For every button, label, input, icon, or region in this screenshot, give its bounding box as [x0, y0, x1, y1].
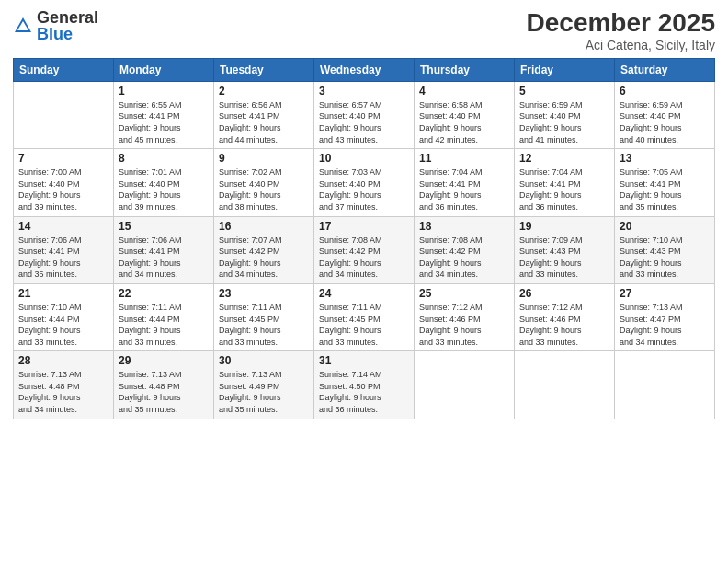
day-number: 6 [620, 85, 710, 98]
calendar-cell: 9Sunrise: 7:02 AMSunset: 4:40 PMDaylight… [214, 149, 314, 216]
day-info: Sunrise: 7:14 AMSunset: 4:50 PMDaylight:… [319, 369, 409, 415]
day-info: Sunrise: 7:12 AMSunset: 4:46 PMDaylight:… [419, 302, 509, 348]
calendar-cell: 18Sunrise: 7:08 AMSunset: 4:42 PMDayligh… [415, 216, 515, 283]
logo-text: General Blue [37, 9, 98, 42]
header-row: Sunday Monday Tuesday Wednesday Thursday… [14, 58, 715, 81]
day-info: Sunrise: 7:01 AMSunset: 4:40 PMDaylight:… [119, 167, 209, 213]
main-title: December 2025 [527, 9, 715, 38]
day-info: Sunrise: 7:13 AMSunset: 4:48 PMDaylight:… [119, 369, 209, 415]
day-info: Sunrise: 7:02 AMSunset: 4:40 PMDaylight:… [219, 167, 309, 213]
day-number: 5 [519, 85, 609, 98]
calendar-cell: 12Sunrise: 7:04 AMSunset: 4:41 PMDayligh… [515, 149, 615, 216]
day-info: Sunrise: 6:59 AMSunset: 4:40 PMDaylight:… [519, 99, 609, 145]
day-info: Sunrise: 7:07 AMSunset: 4:42 PMDaylight:… [219, 235, 309, 281]
calendar-cell: 25Sunrise: 7:12 AMSunset: 4:46 PMDayligh… [415, 283, 515, 350]
logo-icon [13, 16, 33, 36]
day-info: Sunrise: 7:04 AMSunset: 4:41 PMDaylight:… [419, 167, 509, 213]
day-number: 29 [119, 354, 209, 367]
calendar-week-0: 1Sunrise: 6:55 AMSunset: 4:41 PMDaylight… [14, 81, 715, 148]
day-number: 16 [219, 220, 309, 233]
col-saturday: Saturday [615, 58, 715, 81]
calendar-cell: 14Sunrise: 7:06 AMSunset: 4:41 PMDayligh… [14, 216, 114, 283]
day-number: 27 [620, 287, 710, 300]
day-number: 10 [319, 152, 409, 165]
calendar-cell: 21Sunrise: 7:10 AMSunset: 4:44 PMDayligh… [14, 283, 114, 350]
calendar-cell: 30Sunrise: 7:13 AMSunset: 4:49 PMDayligh… [214, 351, 314, 419]
day-number: 23 [219, 287, 309, 300]
calendar-cell: 15Sunrise: 7:06 AMSunset: 4:41 PMDayligh… [114, 216, 214, 283]
calendar-cell [415, 351, 515, 419]
day-info: Sunrise: 7:13 AMSunset: 4:48 PMDaylight:… [18, 369, 108, 415]
day-number: 31 [319, 354, 409, 367]
day-number: 24 [319, 287, 409, 300]
calendar-week-4: 28Sunrise: 7:13 AMSunset: 4:48 PMDayligh… [14, 351, 715, 419]
day-info: Sunrise: 7:12 AMSunset: 4:46 PMDaylight:… [519, 302, 609, 348]
calendar-cell: 5Sunrise: 6:59 AMSunset: 4:40 PMDaylight… [515, 81, 615, 148]
calendar-cell: 20Sunrise: 7:10 AMSunset: 4:43 PMDayligh… [615, 216, 715, 283]
day-info: Sunrise: 7:08 AMSunset: 4:42 PMDaylight:… [419, 235, 509, 281]
day-number: 22 [119, 287, 209, 300]
calendar-week-3: 21Sunrise: 7:10 AMSunset: 4:44 PMDayligh… [14, 283, 715, 350]
day-number: 17 [319, 220, 409, 233]
calendar-cell: 2Sunrise: 6:56 AMSunset: 4:41 PMDaylight… [214, 81, 314, 148]
calendar-cell: 7Sunrise: 7:00 AMSunset: 4:40 PMDaylight… [14, 149, 114, 216]
page: General Blue December 2025 Aci Catena, S… [0, 0, 728, 563]
calendar-cell: 13Sunrise: 7:05 AMSunset: 4:41 PMDayligh… [615, 149, 715, 216]
calendar-cell: 8Sunrise: 7:01 AMSunset: 4:40 PMDaylight… [114, 149, 214, 216]
day-number: 28 [18, 354, 108, 367]
calendar-cell [515, 351, 615, 419]
day-info: Sunrise: 7:09 AMSunset: 4:43 PMDaylight:… [519, 235, 609, 281]
calendar-cell: 27Sunrise: 7:13 AMSunset: 4:47 PMDayligh… [615, 283, 715, 350]
col-tuesday: Tuesday [214, 58, 314, 81]
calendar-cell: 23Sunrise: 7:11 AMSunset: 4:45 PMDayligh… [214, 283, 314, 350]
day-info: Sunrise: 7:13 AMSunset: 4:47 PMDaylight:… [620, 302, 710, 348]
calendar-cell: 28Sunrise: 7:13 AMSunset: 4:48 PMDayligh… [14, 351, 114, 419]
calendar-cell: 22Sunrise: 7:11 AMSunset: 4:44 PMDayligh… [114, 283, 214, 350]
col-thursday: Thursday [415, 58, 515, 81]
col-sunday: Sunday [14, 58, 114, 81]
calendar-week-2: 14Sunrise: 7:06 AMSunset: 4:41 PMDayligh… [14, 216, 715, 283]
day-info: Sunrise: 7:03 AMSunset: 4:40 PMDaylight:… [319, 167, 409, 213]
day-info: Sunrise: 7:10 AMSunset: 4:43 PMDaylight:… [620, 235, 710, 281]
day-number: 14 [18, 220, 108, 233]
calendar-cell [615, 351, 715, 419]
calendar-cell: 31Sunrise: 7:14 AMSunset: 4:50 PMDayligh… [314, 351, 415, 419]
calendar-cell: 1Sunrise: 6:55 AMSunset: 4:41 PMDaylight… [114, 81, 214, 148]
calendar-cell: 10Sunrise: 7:03 AMSunset: 4:40 PMDayligh… [314, 149, 415, 216]
day-number: 11 [419, 152, 509, 165]
day-number: 3 [319, 85, 409, 98]
day-number: 13 [620, 152, 710, 165]
calendar-cell: 19Sunrise: 7:09 AMSunset: 4:43 PMDayligh… [515, 216, 615, 283]
calendar-cell: 16Sunrise: 7:07 AMSunset: 4:42 PMDayligh… [214, 216, 314, 283]
day-number: 15 [119, 220, 209, 233]
calendar: Sunday Monday Tuesday Wednesday Thursday… [13, 58, 715, 419]
calendar-cell: 4Sunrise: 6:58 AMSunset: 4:40 PMDaylight… [415, 81, 515, 148]
calendar-cell: 11Sunrise: 7:04 AMSunset: 4:41 PMDayligh… [415, 149, 515, 216]
day-info: Sunrise: 7:08 AMSunset: 4:42 PMDaylight:… [319, 235, 409, 281]
logo-general: General [37, 9, 98, 26]
day-number: 20 [620, 220, 710, 233]
day-number: 18 [419, 220, 509, 233]
day-number: 21 [18, 287, 108, 300]
day-info: Sunrise: 6:58 AMSunset: 4:40 PMDaylight:… [419, 99, 509, 145]
day-number: 4 [419, 85, 509, 98]
day-number: 8 [119, 152, 209, 165]
day-info: Sunrise: 7:13 AMSunset: 4:49 PMDaylight:… [219, 369, 309, 415]
header: General Blue December 2025 Aci Catena, S… [13, 9, 715, 52]
day-info: Sunrise: 7:10 AMSunset: 4:44 PMDaylight:… [18, 302, 108, 348]
day-info: Sunrise: 6:57 AMSunset: 4:40 PMDaylight:… [319, 99, 409, 145]
calendar-week-1: 7Sunrise: 7:00 AMSunset: 4:40 PMDaylight… [14, 149, 715, 216]
day-info: Sunrise: 7:06 AMSunset: 4:41 PMDaylight:… [18, 235, 108, 281]
title-area: December 2025 Aci Catena, Sicily, Italy [527, 9, 715, 52]
day-info: Sunrise: 7:11 AMSunset: 4:44 PMDaylight:… [119, 302, 209, 348]
calendar-cell: 17Sunrise: 7:08 AMSunset: 4:42 PMDayligh… [314, 216, 415, 283]
day-info: Sunrise: 6:55 AMSunset: 4:41 PMDaylight:… [119, 99, 209, 145]
calendar-cell: 24Sunrise: 7:11 AMSunset: 4:45 PMDayligh… [314, 283, 415, 350]
day-info: Sunrise: 7:04 AMSunset: 4:41 PMDaylight:… [519, 167, 609, 213]
calendar-cell: 6Sunrise: 6:59 AMSunset: 4:40 PMDaylight… [615, 81, 715, 148]
day-number: 26 [519, 287, 609, 300]
day-number: 19 [519, 220, 609, 233]
logo-blue: Blue [37, 26, 98, 42]
calendar-cell [14, 81, 114, 148]
col-wednesday: Wednesday [314, 58, 415, 81]
